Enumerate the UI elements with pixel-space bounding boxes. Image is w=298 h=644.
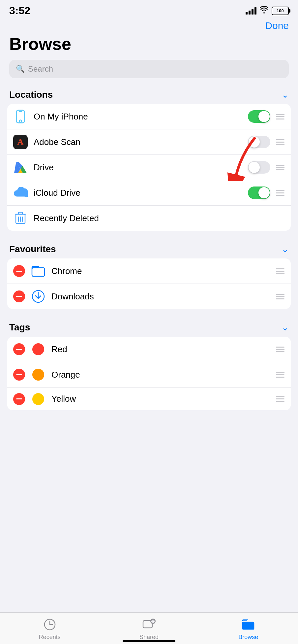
- on-my-iphone-label: On My iPhone: [34, 112, 242, 122]
- status-time: 3:52: [9, 5, 30, 17]
- orange-tag-icon: [31, 367, 45, 382]
- drive-label: Drive: [34, 162, 242, 173]
- recently-deleted-label: Recently Deleted: [34, 213, 285, 223]
- orange-tag-label: Orange: [51, 370, 270, 380]
- list-item: Drive: [7, 154, 291, 180]
- locations-card: On My iPhone: [7, 104, 291, 231]
- drag-handle[interactable]: [276, 188, 285, 197]
- icloud-drive-actions: [248, 186, 285, 199]
- list-item: Recently Deleted: [7, 205, 291, 231]
- downloads-label: Downloads: [51, 291, 270, 302]
- list-item: Chrome: [7, 258, 291, 284]
- list-item: A Adobe Scan: [7, 129, 291, 154]
- locations-chevron-icon[interactable]: ⌄: [282, 90, 289, 100]
- browse-folder-icon: [241, 617, 255, 632]
- drag-handle[interactable]: [276, 137, 285, 147]
- search-icon: 🔍: [16, 65, 25, 73]
- favourites-chevron-icon[interactable]: ⌄: [282, 244, 289, 254]
- tab-recents[interactable]: Recents: [30, 617, 70, 641]
- status-icons: 100: [246, 6, 289, 16]
- tags-chevron-icon[interactable]: ⌄: [282, 322, 289, 333]
- signal-icon: [246, 7, 256, 15]
- search-bar-container: 🔍 Search: [0, 60, 298, 86]
- svg-rect-11: [18, 212, 22, 214]
- drive-actions: [248, 161, 285, 174]
- svg-rect-1: [19, 111, 22, 112]
- drag-handle[interactable]: [276, 345, 285, 354]
- tab-shared[interactable]: Shared: [129, 617, 169, 641]
- chrome-folder-icon: [31, 264, 45, 278]
- tab-shared-label: Shared: [139, 634, 159, 641]
- search-bar[interactable]: 🔍 Search: [9, 60, 289, 78]
- tab-recents-label: Recents: [39, 634, 61, 641]
- recents-icon: [43, 617, 57, 632]
- drag-handle[interactable]: [276, 394, 285, 404]
- yellow-tag-label: Yellow: [51, 394, 270, 404]
- chrome-actions: [276, 266, 285, 276]
- chrome-remove-button[interactable]: [13, 265, 25, 277]
- locations-header: Locations ⌄: [0, 86, 298, 104]
- done-button[interactable]: Done: [265, 20, 289, 31]
- favourites-section: Favourites ⌄ Chrome: [0, 241, 298, 309]
- adobe-scan-actions: [248, 136, 285, 148]
- red-tag-label: Red: [51, 344, 270, 355]
- page-title: Browse: [0, 33, 298, 60]
- red-tag-icon: [31, 342, 45, 356]
- favourites-title: Favourites: [9, 244, 56, 254]
- done-row: Done: [0, 19, 298, 33]
- drag-handle[interactable]: [276, 266, 285, 276]
- tab-browse[interactable]: Browse: [228, 617, 268, 641]
- orange-tag-actions: [276, 370, 285, 379]
- list-item: Orange: [7, 362, 291, 387]
- favourites-header: Favourites ⌄: [0, 241, 298, 258]
- search-placeholder: Search: [28, 64, 53, 74]
- tags-section: Tags ⌄ Red: [0, 319, 298, 410]
- red-tag-actions: [276, 345, 285, 354]
- drag-handle[interactable]: [276, 112, 285, 121]
- chrome-label: Chrome: [51, 266, 270, 276]
- svg-rect-25: [242, 622, 254, 630]
- yellow-tag-icon: [31, 392, 45, 406]
- list-item: On My iPhone: [7, 104, 291, 129]
- drag-handle[interactable]: [276, 163, 285, 172]
- icloud-drive-icon: [13, 186, 28, 200]
- yellow-remove-button[interactable]: [13, 393, 25, 405]
- icloud-drive-label: iCloud Drive: [34, 188, 242, 198]
- drive-toggle[interactable]: [248, 161, 270, 174]
- battery-icon: 100: [272, 7, 289, 15]
- tags-header: Tags ⌄: [0, 319, 298, 337]
- tab-browse-label: Browse: [238, 634, 258, 641]
- tab-bar: Recents Shared Browse: [0, 612, 298, 644]
- shared-icon: [142, 617, 156, 632]
- svg-rect-15: [32, 268, 45, 276]
- orange-remove-button[interactable]: [13, 369, 25, 381]
- downloads-remove-button[interactable]: [13, 290, 25, 302]
- iphone-icon: [13, 109, 28, 124]
- drive-icon: [13, 160, 28, 175]
- red-remove-button[interactable]: [13, 343, 25, 355]
- list-item: Yellow: [7, 387, 291, 410]
- drag-handle[interactable]: [276, 370, 285, 379]
- list-item: iCloud Drive: [7, 180, 291, 205]
- tags-title: Tags: [9, 322, 30, 333]
- list-item: Downloads: [7, 284, 291, 309]
- drag-handle[interactable]: [276, 292, 285, 301]
- tags-card: Red Orange: [7, 337, 291, 410]
- downloads-icon: [31, 289, 45, 304]
- adobe-scan-label: Adobe Scan: [34, 137, 242, 147]
- favourites-card: Chrome: [7, 258, 291, 309]
- on-my-iphone-actions: [248, 110, 285, 123]
- locations-title: Locations: [9, 89, 53, 100]
- adobe-scan-toggle[interactable]: [248, 136, 270, 148]
- trash-icon: [13, 211, 28, 225]
- yellow-tag-actions: [276, 394, 285, 404]
- list-item: Red: [7, 337, 291, 362]
- home-indicator: [123, 640, 175, 642]
- wifi-icon: [260, 6, 268, 16]
- status-bar: 3:52 100: [0, 0, 298, 19]
- on-my-iphone-toggle[interactable]: [248, 110, 270, 123]
- adobe-scan-icon: A: [13, 135, 28, 149]
- icloud-drive-toggle[interactable]: [248, 186, 270, 199]
- locations-section: Locations ⌄ On My iPhone: [0, 86, 298, 231]
- downloads-actions: [276, 292, 285, 301]
